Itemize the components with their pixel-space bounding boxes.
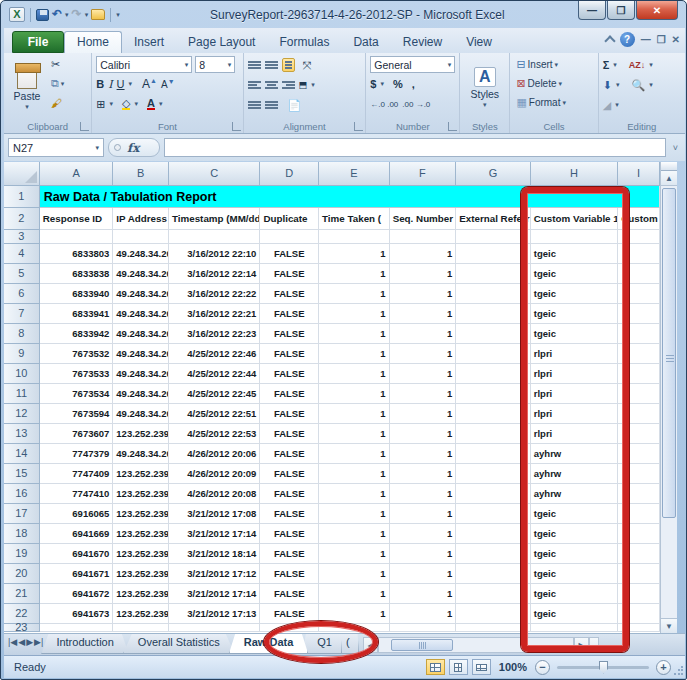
data-cell[interactable]: FALSE xyxy=(260,404,319,424)
merge-center-icon[interactable]: ⬒ xyxy=(299,80,308,90)
hscroll-left-icon[interactable]: ◀ xyxy=(363,637,378,653)
data-cell[interactable]: 1 xyxy=(390,444,457,464)
data-cell[interactable]: 123.252.239.: xyxy=(113,544,169,564)
data-cell[interactable]: tgeic xyxy=(531,604,618,624)
sheet-tab--[interactable]: ( xyxy=(341,634,359,654)
data-cell[interactable]: 1 xyxy=(319,564,390,584)
format-cells-button[interactable]: ▦Format▾ xyxy=(514,94,593,111)
clipboard-dialog-launcher[interactable] xyxy=(80,122,89,131)
clear-icon[interactable]: ◢ xyxy=(603,99,611,112)
delete-cells-button[interactable]: ⊠Delete▾ xyxy=(514,75,593,92)
data-cell[interactable]: 3/21/2012 17:14 xyxy=(169,524,260,544)
data-cell[interactable]: 7673533 xyxy=(40,364,114,384)
wrap-text-icon[interactable]: 📄 xyxy=(288,99,302,112)
data-cell[interactable]: 1 xyxy=(390,304,457,324)
data-cell[interactable]: 3/16/2012 22:21 xyxy=(169,304,260,324)
data-cell[interactable]: rlpri xyxy=(531,424,618,444)
data-cell[interactable] xyxy=(618,464,660,484)
data-cell[interactable]: 1 xyxy=(319,284,390,304)
data-cell[interactable] xyxy=(618,544,660,564)
data-cell[interactable] xyxy=(456,324,531,344)
data-cell[interactable] xyxy=(456,384,531,404)
empty-cell[interactable] xyxy=(390,230,457,244)
next-sheet-icon[interactable]: ▶ xyxy=(26,637,33,647)
header-cell[interactable]: Custom Variable 1 xyxy=(531,208,618,230)
data-cell[interactable] xyxy=(456,544,531,564)
sheet-tab-overall-statistics[interactable]: Overall Statistics xyxy=(123,634,235,654)
sheet-title-cell[interactable]: Raw Data / Tabulation Report xyxy=(40,186,660,208)
header-cell[interactable]: Duplicate xyxy=(260,208,319,230)
select-all-corner[interactable] xyxy=(4,162,40,186)
align-top-icon[interactable] xyxy=(248,60,261,71)
row-header-3[interactable]: 3 xyxy=(4,230,40,244)
data-cell[interactable]: FALSE xyxy=(260,584,319,604)
row-header-4[interactable]: 4 xyxy=(4,244,40,264)
data-cell[interactable]: 49.248.34.20: xyxy=(113,384,169,404)
data-cell[interactable]: 1 xyxy=(319,504,390,524)
row-header-17[interactable]: 17 xyxy=(4,504,40,524)
data-cell[interactable]: 3/16/2012 22:14 xyxy=(169,264,260,284)
align-left-icon[interactable] xyxy=(248,80,261,91)
column-header-B[interactable]: B xyxy=(113,162,169,186)
data-cell[interactable]: 7673607 xyxy=(40,424,114,444)
data-cell[interactable] xyxy=(456,304,531,324)
first-sheet-icon[interactable]: |◀ xyxy=(8,637,17,647)
empty-cell[interactable] xyxy=(531,230,618,244)
data-cell[interactable]: 3/16/2012 22:22 xyxy=(169,284,260,304)
prev-sheet-icon[interactable]: ◀ xyxy=(18,637,25,647)
column-header-I[interactable]: I xyxy=(618,162,660,186)
zoom-level[interactable]: 100% xyxy=(499,661,527,673)
font-size-select[interactable]: 8▾ xyxy=(195,56,235,73)
data-cell[interactable]: 4/25/2012 22:51 xyxy=(169,404,260,424)
data-cell[interactable]: 1 xyxy=(390,264,457,284)
data-cell[interactable]: 49.248.34.20: xyxy=(113,304,169,324)
header-cell[interactable]: Seq. Number xyxy=(390,208,457,230)
data-cell[interactable]: rlpri xyxy=(531,344,618,364)
italic-button[interactable]: I xyxy=(108,78,112,91)
zoom-out-button[interactable]: − xyxy=(535,660,550,675)
data-cell[interactable]: FALSE xyxy=(260,324,319,344)
header-cell[interactable]: Timestamp (MM/dd xyxy=(169,208,260,230)
tab-view[interactable]: View xyxy=(454,32,504,53)
data-cell[interactable]: 3/21/2012 17:08 xyxy=(169,504,260,524)
sheet-tab-introduction[interactable]: Introduction xyxy=(41,634,128,654)
data-cell[interactable]: 6833942 xyxy=(40,324,114,344)
data-cell[interactable] xyxy=(456,464,531,484)
data-cell[interactable] xyxy=(456,564,531,584)
redo-dropdown-icon[interactable]: ▾ xyxy=(85,11,89,19)
data-cell[interactable]: 1 xyxy=(390,404,457,424)
row-header-6[interactable]: 6 xyxy=(4,284,40,304)
data-cell[interactable]: 4/26/2012 20:08 xyxy=(169,484,260,504)
data-cell[interactable]: 1 xyxy=(390,544,457,564)
data-cell[interactable] xyxy=(456,344,531,364)
align-bottom-icon[interactable] xyxy=(282,58,295,73)
empty-cell[interactable] xyxy=(319,230,390,244)
data-cell[interactable]: 123.252.239.: xyxy=(113,604,169,624)
data-cell[interactable] xyxy=(618,564,660,584)
data-cell[interactable]: 7747379 xyxy=(40,444,114,464)
data-cell[interactable]: 49.248.34.20: xyxy=(113,364,169,384)
data-cell[interactable]: 1 xyxy=(319,484,390,504)
data-cell[interactable]: 1 xyxy=(319,364,390,384)
row-header-15[interactable]: 15 xyxy=(4,464,40,484)
data-cell[interactable]: 123.252.239.: xyxy=(113,524,169,544)
data-cell[interactable]: ayhrw xyxy=(531,484,618,504)
header-cell[interactable]: Custom Va xyxy=(618,208,660,230)
data-cell[interactable]: 7747410 xyxy=(40,484,114,504)
undo-icon[interactable]: ↶ xyxy=(52,7,62,22)
align-middle-icon[interactable] xyxy=(265,60,278,71)
data-cell[interactable] xyxy=(618,404,660,424)
data-cell[interactable]: 1 xyxy=(390,604,457,624)
empty-cell[interactable] xyxy=(40,230,114,244)
sheet-tab-q1[interactable]: Q1 xyxy=(302,634,347,654)
data-cell[interactable]: 1 xyxy=(390,384,457,404)
data-cell[interactable]: 1 xyxy=(319,444,390,464)
data-cell[interactable] xyxy=(456,264,531,284)
data-cell[interactable]: 4/25/2012 22:53 xyxy=(169,424,260,444)
row-header-7[interactable]: 7 xyxy=(4,304,40,324)
empty-cell[interactable] xyxy=(456,230,531,244)
data-cell[interactable]: 49.248.34.20: xyxy=(113,344,169,364)
data-cell[interactable] xyxy=(456,424,531,444)
sort-filter-icon[interactable]: AZ↓ xyxy=(629,60,646,70)
tab-review[interactable]: Review xyxy=(391,32,454,53)
